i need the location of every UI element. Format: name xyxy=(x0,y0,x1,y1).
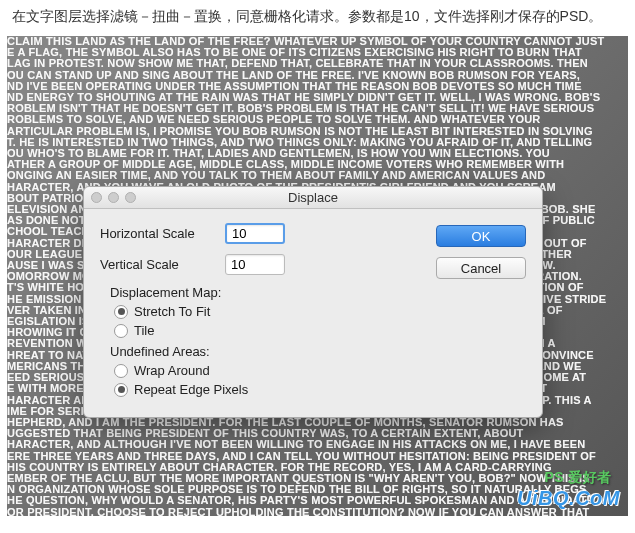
vertical-scale-row: Vertical Scale xyxy=(100,254,418,275)
bg-text-line: ROBLEMS TO SOLVE, AND WE NEED SERIOUS PE… xyxy=(7,114,628,125)
tile-label: Tile xyxy=(134,323,154,338)
watermark: PS 爱好者 UiBQ.CoM xyxy=(517,487,620,510)
bg-text-line: ERE THREE YEARS AND THREE DAYS, AND I CA… xyxy=(7,451,628,462)
image-preview-area: CLAIM THIS LAND AS THE LAND OF THE FREE?… xyxy=(7,36,628,516)
watermark-url: UiBQ.CoM xyxy=(517,487,620,509)
close-icon[interactable] xyxy=(91,192,102,203)
ok-button[interactable]: OK xyxy=(436,225,526,247)
vertical-scale-input[interactable] xyxy=(225,254,285,275)
bg-text-line: HARACTER, AND ALTHOUGH I'VE NOT BEEN WIL… xyxy=(7,439,628,450)
bg-text-line: ROBLEM ISN'T THAT HE DOESN'T GET IT. BOB… xyxy=(7,103,628,114)
dialog-body: Horizontal Scale Vertical Scale Displace… xyxy=(84,209,542,417)
displace-dialog: Displace Horizontal Scale Vertical Scale… xyxy=(83,186,543,418)
bg-text-line: ONGING AN EASIER TIME, AND YOU TALK TO T… xyxy=(7,170,628,181)
minimize-icon[interactable] xyxy=(108,192,119,203)
window-traffic-lights xyxy=(91,192,136,203)
bg-text-line: T. HE IS INTERESTED IN TWO THINGS, AND T… xyxy=(7,137,628,148)
bg-text-line: HIS COUNTRY IS ENTIRELY ABOUT CHARACTER.… xyxy=(7,462,628,473)
bg-text-line: UGGESTED THAT BEING PRESIDENT OF THIS CO… xyxy=(7,428,628,439)
undefined-areas-label: Undefined Areas: xyxy=(110,344,418,359)
bg-text-line: ND ENERGY TO SHOUTING AT THE RAIN WAS TH… xyxy=(7,92,628,103)
bg-text-line: CLAIM THIS LAND AS THE LAND OF THE FREE?… xyxy=(7,36,628,47)
radio-icon xyxy=(114,324,128,338)
bg-text-line: ND I'VE BEEN OPERATING UNDER THE ASSUMPT… xyxy=(7,81,628,92)
repeat-edge-radio[interactable]: Repeat Edge Pixels xyxy=(114,382,418,397)
tile-radio[interactable]: Tile xyxy=(114,323,418,338)
instruction-text: 在文字图层选择滤镜－扭曲－置换，同意栅格化请求。参数都是10，文件选择刚才保存的… xyxy=(0,0,635,34)
dialog-title: Displace xyxy=(288,190,338,205)
horizontal-scale-input[interactable] xyxy=(225,223,285,244)
dialog-left-panel: Horizontal Scale Vertical Scale Displace… xyxy=(100,223,418,401)
repeat-edge-label: Repeat Edge Pixels xyxy=(134,382,248,397)
radio-icon xyxy=(114,305,128,319)
bg-text-line: LAG IN PROTEST. NOW SHOW ME THAT, DEFEND… xyxy=(7,58,628,69)
radio-icon xyxy=(114,364,128,378)
displacement-map-group: Stretch To Fit Tile xyxy=(114,304,418,338)
bg-text-line: ATHER A GROUP OF MIDDLE AGE, MIDDLE CLAS… xyxy=(7,159,628,170)
stretch-to-fit-label: Stretch To Fit xyxy=(134,304,210,319)
bg-text-line: E A FLAG, THE SYMBOL ALSO HAS TO BE ONE … xyxy=(7,47,628,58)
bg-text-line: OU WHO'S TO BLAME FOR IT. THAT, LADIES A… xyxy=(7,148,628,159)
dialog-titlebar: Displace xyxy=(84,187,542,209)
cancel-button[interactable]: Cancel xyxy=(436,257,526,279)
wrap-around-label: Wrap Around xyxy=(134,363,210,378)
radio-icon xyxy=(114,383,128,397)
stretch-to-fit-radio[interactable]: Stretch To Fit xyxy=(114,304,418,319)
bg-text-line: OU CAN STAND UP AND SING ABOUT THE LAND … xyxy=(7,70,628,81)
displacement-map-label: Displacement Map: xyxy=(110,285,418,300)
bg-text-line: ARTICULAR PROBLEM IS, I PROMISE YOU BOB … xyxy=(7,126,628,137)
horizontal-scale-label: Horizontal Scale xyxy=(100,226,215,241)
watermark-ps: PS 爱好者 xyxy=(544,469,612,487)
undefined-areas-group: Wrap Around Repeat Edge Pixels xyxy=(114,363,418,397)
bg-text-line: HEPHERD, AND I AM THE PRESIDENT. FOR THE… xyxy=(7,417,628,428)
wrap-around-radio[interactable]: Wrap Around xyxy=(114,363,418,378)
dialog-right-panel: OK Cancel xyxy=(436,223,526,401)
bg-text-line: EMBER OF THE ACLU, BUT THE MORE IMPORTAN… xyxy=(7,473,628,484)
horizontal-scale-row: Horizontal Scale xyxy=(100,223,418,244)
vertical-scale-label: Vertical Scale xyxy=(100,257,215,272)
zoom-icon[interactable] xyxy=(125,192,136,203)
